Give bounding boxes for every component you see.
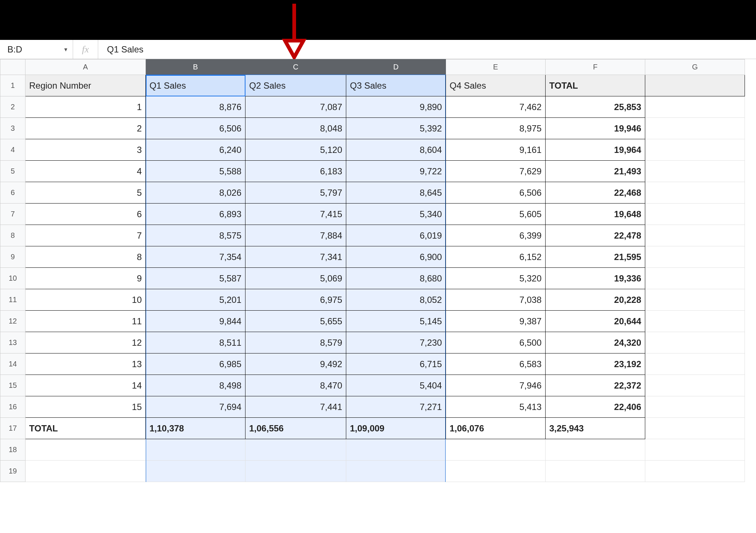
cell-D13[interactable]: 7,230 [346, 332, 446, 353]
cell-G7[interactable] [645, 204, 745, 225]
row-header-3[interactable]: 3 [0, 118, 25, 139]
cell-B10[interactable]: 5,587 [146, 268, 245, 289]
cell-A12[interactable]: 11 [25, 311, 146, 332]
cell-A17[interactable]: TOTAL [25, 418, 146, 439]
row-header-12[interactable]: 12 [0, 311, 25, 332]
cell-E6[interactable]: 6,506 [446, 182, 546, 204]
cell-G8[interactable] [645, 225, 745, 246]
cell-E4[interactable]: 9,161 [446, 139, 546, 161]
cell-B8[interactable]: 8,575 [146, 225, 245, 246]
cell-A9[interactable]: 8 [25, 246, 146, 268]
cell-E14[interactable]: 6,583 [446, 353, 546, 375]
cell-F7[interactable]: 19,648 [546, 204, 645, 225]
cell-A10[interactable]: 9 [25, 268, 146, 289]
cell-C19[interactable] [245, 461, 346, 482]
cell-A2[interactable]: 1 [25, 96, 146, 118]
cell-D7[interactable]: 5,340 [346, 204, 446, 225]
cell-B5[interactable]: 5,588 [146, 161, 245, 182]
cell-F6[interactable]: 22,468 [546, 182, 645, 204]
cell-F15[interactable]: 22,372 [546, 375, 645, 396]
row-header-7[interactable]: 7 [0, 204, 25, 225]
cell-E16[interactable]: 5,413 [446, 396, 546, 418]
cell-C17[interactable]: 1,06,556 [245, 418, 346, 439]
cell-D5[interactable]: 9,722 [346, 161, 446, 182]
cell-B4[interactable]: 6,240 [146, 139, 245, 161]
cell-C9[interactable]: 7,341 [245, 246, 346, 268]
cell-D14[interactable]: 6,715 [346, 353, 446, 375]
cell-G9[interactable] [645, 246, 745, 268]
cell-E18[interactable] [446, 439, 546, 461]
cell-G4[interactable] [645, 139, 745, 161]
cell-B9[interactable]: 7,354 [146, 246, 245, 268]
cell-E13[interactable]: 6,500 [446, 332, 546, 353]
cell-F18[interactable] [546, 439, 645, 461]
cell-C14[interactable]: 9,492 [245, 353, 346, 375]
cell-B12[interactable]: 9,844 [146, 311, 245, 332]
cell-A8[interactable]: 7 [25, 225, 146, 246]
cell-F5[interactable]: 21,493 [546, 161, 645, 182]
cell-G2[interactable] [645, 96, 745, 118]
cell-A3[interactable]: 2 [25, 118, 146, 139]
row-header-14[interactable]: 14 [0, 353, 25, 375]
cell-A7[interactable]: 6 [25, 204, 146, 225]
cell-D1[interactable]: Q3 Sales [346, 75, 446, 96]
cell-D10[interactable]: 8,680 [346, 268, 446, 289]
cell-G12[interactable] [645, 311, 745, 332]
cell-D8[interactable]: 6,019 [346, 225, 446, 246]
cell-E10[interactable]: 5,320 [446, 268, 546, 289]
cell-F11[interactable]: 20,228 [546, 289, 645, 311]
cell-G11[interactable] [645, 289, 745, 311]
row-header-16[interactable]: 16 [0, 396, 25, 418]
cell-C2[interactable]: 7,087 [245, 96, 346, 118]
cell-E17[interactable]: 1,06,076 [446, 418, 546, 439]
cell-F19[interactable] [546, 461, 645, 482]
row-header-15[interactable]: 15 [0, 375, 25, 396]
cell-F3[interactable]: 19,946 [546, 118, 645, 139]
cell-B17[interactable]: 1,10,378 [146, 418, 245, 439]
cell-G1[interactable] [645, 75, 745, 96]
cell-B2[interactable]: 8,876 [146, 96, 245, 118]
cell-G19[interactable] [645, 461, 745, 482]
cell-D15[interactable]: 5,404 [346, 375, 446, 396]
cell-G10[interactable] [645, 268, 745, 289]
cell-B15[interactable]: 8,498 [146, 375, 245, 396]
cell-A6[interactable]: 5 [25, 182, 146, 204]
cell-E15[interactable]: 7,946 [446, 375, 546, 396]
cell-F8[interactable]: 22,478 [546, 225, 645, 246]
name-box[interactable]: B:D ▼ [3, 40, 73, 59]
row-header-4[interactable]: 4 [0, 139, 25, 161]
row-header-5[interactable]: 5 [0, 161, 25, 182]
cell-D6[interactable]: 8,645 [346, 182, 446, 204]
cell-C8[interactable]: 7,884 [245, 225, 346, 246]
column-header-E[interactable]: E [446, 59, 546, 75]
cell-C13[interactable]: 8,579 [245, 332, 346, 353]
cell-B16[interactable]: 7,694 [146, 396, 245, 418]
cell-C6[interactable]: 5,797 [245, 182, 346, 204]
cell-D11[interactable]: 8,052 [346, 289, 446, 311]
select-all-corner[interactable] [0, 59, 25, 75]
row-header-13[interactable]: 13 [0, 332, 25, 353]
cell-C5[interactable]: 6,183 [245, 161, 346, 182]
cell-G6[interactable] [645, 182, 745, 204]
cell-A1[interactable]: Region Number [25, 75, 146, 96]
cell-D18[interactable] [346, 439, 446, 461]
column-header-B[interactable]: B [146, 59, 245, 75]
cell-G18[interactable] [645, 439, 745, 461]
column-header-D[interactable]: D [346, 59, 446, 75]
cell-F17[interactable]: 3,25,943 [546, 418, 645, 439]
row-header-6[interactable]: 6 [0, 182, 25, 204]
row-header-17[interactable]: 17 [0, 418, 25, 439]
cell-C16[interactable]: 7,441 [245, 396, 346, 418]
cell-A16[interactable]: 15 [25, 396, 146, 418]
formula-input[interactable]: Q1 Sales [98, 44, 144, 55]
cell-C10[interactable]: 5,069 [245, 268, 346, 289]
cell-F9[interactable]: 21,595 [546, 246, 645, 268]
cell-F1[interactable]: TOTAL [546, 75, 645, 96]
cell-B11[interactable]: 5,201 [146, 289, 245, 311]
cell-E19[interactable] [446, 461, 546, 482]
cell-F10[interactable]: 19,336 [546, 268, 645, 289]
cell-D12[interactable]: 5,145 [346, 311, 446, 332]
cell-C3[interactable]: 8,048 [245, 118, 346, 139]
cell-A4[interactable]: 3 [25, 139, 146, 161]
cell-B1[interactable]: Q1 Sales [146, 75, 245, 96]
